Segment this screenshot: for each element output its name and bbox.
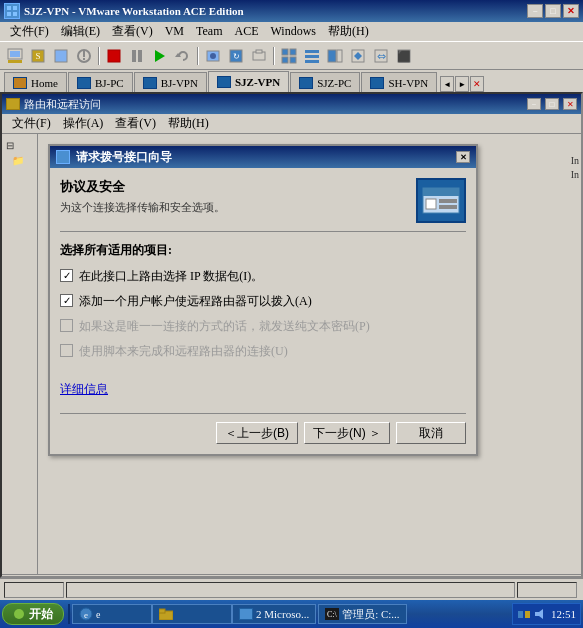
tb-btn-play[interactable] — [149, 45, 171, 67]
toolbar-separator-1 — [98, 47, 100, 65]
system-icons — [517, 607, 547, 621]
inner-app-icon — [6, 98, 20, 110]
menu-edit[interactable]: 编辑(E) — [55, 21, 106, 42]
dialog-overlay: 请求拨号接口向导 ✕ 协议及安全 为这个连接选择传输和安全选项。 — [38, 134, 581, 574]
menu-windows[interactable]: Windows — [265, 22, 323, 41]
tb-btn-pause[interactable] — [126, 45, 148, 67]
detail-link[interactable]: 详细信息 — [60, 381, 466, 398]
next-button[interactable]: 下一步(N) ＞ — [304, 422, 390, 444]
taskbar-item-vmware[interactable]: 2 Microso... — [232, 604, 316, 624]
tb-btn-12[interactable]: ⬛ — [393, 45, 415, 67]
taskbar-item-folder[interactable] — [152, 604, 232, 624]
dialog-close-button[interactable]: ✕ — [456, 151, 470, 163]
side-info-in2: In — [571, 168, 579, 182]
maximize-button[interactable]: □ — [545, 4, 561, 18]
tb-btn-snapshot[interactable] — [202, 45, 224, 67]
scroll-left-button[interactable]: ◄ — [2, 576, 16, 579]
inner-close-button[interactable]: ✕ — [563, 98, 577, 110]
svg-rect-52 — [525, 611, 530, 618]
scrollbar-horizontal: ◄ ► — [2, 574, 581, 578]
tree-item-1[interactable]: ⊟ — [4, 138, 35, 153]
svg-rect-24 — [282, 49, 288, 55]
svg-rect-0 — [7, 6, 11, 10]
tab-close-button[interactable]: ✕ — [470, 76, 484, 92]
inner-menu-help[interactable]: 帮助(H) — [162, 113, 215, 134]
tb-btn-stop[interactable] — [103, 45, 125, 67]
checkbox-4[interactable] — [60, 344, 73, 357]
scroll-right-button[interactable]: ► — [567, 576, 581, 579]
tb-btn-reset[interactable] — [172, 45, 194, 67]
menu-team[interactable]: Team — [190, 22, 228, 41]
tb-btn-1[interactable] — [4, 45, 26, 67]
inner-menu-view[interactable]: 查看(V) — [109, 113, 162, 134]
dialog-title-bar: 请求拨号接口向导 ✕ — [50, 146, 476, 168]
dialog: 请求拨号接口向导 ✕ 协议及安全 为这个连接选择传输和安全选项。 — [48, 144, 478, 456]
tb-btn-6[interactable] — [248, 45, 270, 67]
menu-help[interactable]: 帮助(H) — [322, 21, 375, 42]
tree-panel: ⊟ 📁 — [2, 134, 38, 574]
checkbox-1[interactable] — [60, 269, 73, 282]
svg-rect-12 — [83, 58, 85, 60]
tb-btn-3[interactable] — [50, 45, 72, 67]
svg-rect-15 — [138, 50, 142, 62]
menu-bar: 文件(F) 编辑(E) 查看(V) VM Team ACE Windows 帮助… — [0, 22, 583, 42]
tab-sh-vpn[interactable]: SH-VPN — [361, 72, 437, 92]
tb-btn-10[interactable] — [347, 45, 369, 67]
tb-btn-5[interactable]: ↻ — [225, 45, 247, 67]
inner-app-title-text: 路由和远程访问 — [24, 97, 101, 112]
svg-rect-26 — [282, 57, 288, 63]
checkbox-item-1: 在此接口上路由选择 IP 数据包(I)。 — [60, 267, 466, 286]
tab-sjz-vpn[interactable]: SJZ-VPN — [208, 71, 289, 92]
tb-btn-9[interactable] — [324, 45, 346, 67]
tb-btn-7[interactable] — [278, 45, 300, 67]
tb-btn-4[interactable] — [73, 45, 95, 67]
menu-file[interactable]: 文件(F) — [4, 21, 55, 42]
close-button[interactable]: ✕ — [563, 4, 579, 18]
inner-menu-action[interactable]: 操作(A) — [57, 113, 110, 134]
tb-btn-2[interactable]: S — [27, 45, 49, 67]
inner-minimize-button[interactable]: − — [527, 98, 541, 110]
taskbar: 开始 e e 2 Microso... C:\ 管理员: C:... 12:51 — [0, 600, 583, 628]
inner-maximize-button[interactable]: □ — [545, 98, 559, 110]
tab-sjz-pc[interactable]: SJZ-PC — [290, 72, 360, 92]
taskbar-item-ie[interactable]: e e — [72, 604, 152, 624]
tab-prev-button[interactable]: ◄ — [440, 76, 454, 92]
main-container: SJZ-VPN - VMware Workstation ACE Edition… — [0, 0, 583, 600]
taskbar-item-cmd[interactable]: C:\ 管理员: C:... — [318, 604, 406, 624]
tabs-row: Home BJ-PC BJ-VPN SJZ-VPN SJZ-PC SH-VPN … — [0, 70, 583, 92]
dialog-content: 协议及安全 为这个连接选择传输和安全选项。 — [50, 168, 476, 454]
inner-menu-file[interactable]: 文件(F) — [6, 113, 57, 134]
svg-marker-16 — [155, 50, 165, 62]
svg-rect-11 — [83, 51, 85, 57]
svg-rect-25 — [290, 49, 296, 55]
svg-rect-41 — [426, 199, 436, 209]
svg-rect-31 — [328, 50, 336, 62]
tb-btn-8[interactable] — [301, 45, 323, 67]
start-button[interactable]: 开始 — [2, 603, 64, 625]
side-info-panel: In In — [571, 154, 579, 182]
minimize-button[interactable]: − — [527, 4, 543, 18]
checkbox-2[interactable] — [60, 294, 73, 307]
menu-vm[interactable]: VM — [159, 22, 190, 41]
checkbox-item-2: 添加一个用户帐户使远程路由器可以拨入(A) — [60, 292, 466, 311]
cancel-button[interactable]: 取消 — [396, 422, 466, 444]
tab-bj-vpn[interactable]: BJ-VPN — [134, 72, 207, 92]
back-button[interactable]: ＜上一步(B) — [216, 422, 298, 444]
tab-next-button[interactable]: ► — [455, 76, 469, 92]
checkbox-3[interactable] — [60, 319, 73, 332]
svg-rect-23 — [256, 50, 262, 53]
menu-view[interactable]: 查看(V) — [106, 21, 159, 42]
tb-btn-11[interactable]: ⇔ — [370, 45, 392, 67]
scroll-track[interactable] — [16, 576, 567, 579]
app-icon — [4, 3, 20, 19]
tab-home[interactable]: Home — [4, 72, 67, 92]
svg-rect-40 — [423, 188, 459, 196]
svg-text:S: S — [35, 51, 40, 61]
checkbox-label-1: 在此接口上路由选择 IP 数据包(I)。 — [79, 268, 263, 285]
checkbox-item-3: 如果这是唯一一连接的方式的话，就发送纯文本密码(P) — [60, 317, 466, 336]
tree-item-2[interactable]: 📁 — [4, 153, 35, 168]
menu-ace[interactable]: ACE — [229, 22, 265, 41]
tab-bj-pc[interactable]: BJ-PC — [68, 72, 133, 92]
svg-point-44 — [14, 609, 24, 619]
status-bar — [0, 578, 583, 600]
